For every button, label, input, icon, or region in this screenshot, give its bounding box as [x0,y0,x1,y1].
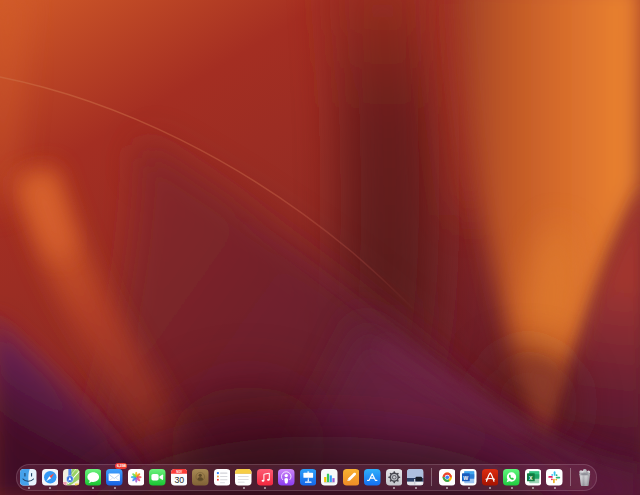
svg-text:W: W [464,475,469,481]
svg-text:30: 30 [174,475,184,485]
svg-text:X: X [529,475,533,481]
svg-text:NOV: NOV [176,470,182,474]
